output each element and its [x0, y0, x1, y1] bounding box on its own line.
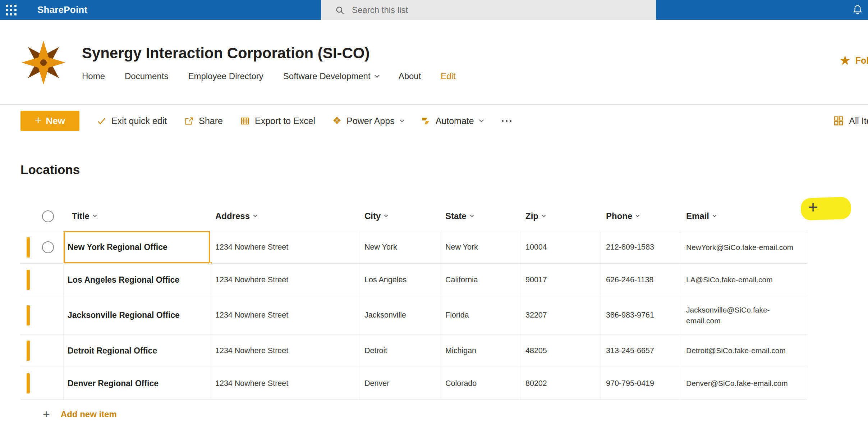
site-nav: Home Documents Employee Directory Softwa…	[82, 71, 456, 81]
search-box	[321, 0, 656, 20]
column-header-email[interactable]: Email	[681, 211, 807, 221]
follow-button[interactable]: ★ Follow	[840, 55, 868, 66]
share-button[interactable]: Share	[184, 116, 223, 126]
cell-zip[interactable]: 80202	[520, 367, 601, 400]
cell-email[interactable]: NewYork@SiCo.fake-email.com	[681, 231, 807, 263]
star-icon: ★	[840, 55, 850, 66]
cell-city[interactable]: Los Angeles	[359, 264, 440, 296]
column-header-phone[interactable]: Phone	[601, 211, 681, 221]
add-new-item-link[interactable]: + Add new item	[20, 407, 117, 421]
row-accent-bar	[27, 237, 30, 258]
sharepoint-home-link[interactable]: SharePoint	[37, 0, 87, 20]
cell-zip[interactable]: 32207	[520, 296, 601, 334]
view-selector[interactable]: All Items	[833, 105, 868, 137]
table-row[interactable]: Los Angeles Regional Office 1234 Nowhere…	[20, 264, 807, 296]
cell-phone[interactable]: 313-245-6657	[601, 334, 681, 367]
table-export-icon	[240, 116, 250, 126]
list-title: Locations	[20, 163, 80, 177]
table-row[interactable]: New York Regional Office 1234 Nowhere St…	[20, 231, 807, 264]
export-to-excel-button[interactable]: Export to Excel	[240, 116, 315, 126]
cell-zip[interactable]: 90017	[520, 264, 601, 296]
cell-email[interactable]: LA@SiCo.fake-email.com	[681, 264, 807, 296]
header-divider	[0, 104, 868, 105]
new-button[interactable]: + New	[20, 111, 79, 131]
nav-item-employee-directory[interactable]: Employee Directory	[188, 71, 263, 81]
row-select-checkbox[interactable]	[42, 241, 54, 253]
cell-title[interactable]: Los Angeles Regional Office	[64, 264, 210, 296]
chevron-down-icon	[542, 213, 546, 217]
plus-icon: +	[43, 407, 50, 421]
row-accent-bar	[27, 305, 30, 325]
cell-email[interactable]: Denver@SiCo.fake-email.com	[681, 367, 807, 400]
cell-city[interactable]: Detroit	[359, 334, 440, 367]
cell-title[interactable]: Detroit Regional Office	[64, 334, 210, 367]
column-header-city[interactable]: City	[359, 211, 440, 221]
exit-quick-edit-button[interactable]: Exit quick edit	[97, 116, 167, 126]
cell-email[interactable]: Detroit@SiCo.fake-email.com	[681, 334, 807, 367]
cell-state[interactable]: Florida	[440, 296, 520, 334]
automate-flow-icon	[421, 116, 431, 126]
checkmark-icon	[97, 116, 106, 126]
cell-state[interactable]: New York	[440, 231, 520, 263]
cell-phone[interactable]: 626-246-1138	[601, 264, 681, 296]
cell-zip[interactable]: 48205	[520, 334, 601, 367]
cell-title[interactable]: Jacksonville Regional Office	[64, 296, 210, 334]
chevron-down-icon	[384, 213, 388, 217]
cell-phone[interactable]: 970-795-0419	[601, 367, 681, 400]
cell-address[interactable]: 1234 Nowhere Street	[210, 231, 359, 263]
nav-item-about[interactable]: About	[399, 71, 421, 81]
power-apps-button[interactable]: ❖ Power Apps	[332, 116, 404, 126]
cell-city[interactable]: Jacksonville	[359, 296, 440, 334]
chevron-down-icon	[253, 213, 257, 217]
search-input[interactable]	[321, 0, 656, 20]
table-row[interactable]: Jacksonville Regional Office 1234 Nowher…	[20, 296, 807, 334]
locations-table: Title Address City State Zip Phone Email	[20, 201, 807, 400]
row-accent-bar	[27, 341, 30, 361]
share-icon	[184, 116, 194, 126]
site-title: Synergy Interaction Corporation (SI-CO)	[82, 45, 369, 62]
table-header-row: Title Address City State Zip Phone Email	[20, 201, 807, 231]
chevron-down-icon	[93, 213, 97, 217]
column-header-address[interactable]: Address	[210, 211, 359, 221]
grid-view-icon	[833, 115, 844, 126]
power-apps-icon: ❖	[332, 116, 341, 126]
chevron-down-icon	[479, 118, 484, 122]
table-row[interactable]: Denver Regional Office 1234 Nowhere Stre…	[20, 367, 807, 400]
cell-zip[interactable]: 10004	[520, 231, 601, 263]
column-header-zip[interactable]: Zip	[520, 211, 601, 221]
cell-state[interactable]: California	[440, 264, 520, 296]
app-launcher-waffle-icon[interactable]	[6, 5, 18, 17]
nav-item-edit[interactable]: Edit	[441, 71, 455, 81]
nav-item-software-development[interactable]: Software Development	[283, 71, 379, 81]
notifications-bell-icon[interactable]	[852, 4, 863, 17]
cell-phone[interactable]: 212-809-1583	[601, 231, 681, 263]
add-column-button[interactable]: +	[808, 199, 818, 216]
site-logo[interactable]	[20, 38, 67, 87]
cell-city[interactable]: Denver	[359, 367, 440, 400]
cell-address[interactable]: 1234 Nowhere Street	[210, 367, 359, 400]
command-bar: + New Exit quick edit Share Export to Ex…	[0, 105, 513, 137]
automate-button[interactable]: Automate	[421, 116, 483, 126]
more-commands-button[interactable]	[500, 117, 513, 126]
cell-title[interactable]: Denver Regional Office	[64, 367, 210, 400]
table-row[interactable]: Detroit Regional Office 1234 Nowhere Str…	[20, 334, 807, 367]
cell-state[interactable]: Colorado	[440, 367, 520, 400]
cell-email[interactable]: Jacksonville@SiCo.fake-email.com	[681, 296, 807, 334]
chevron-down-icon	[375, 73, 380, 78]
cell-address[interactable]: 1234 Nowhere Street	[210, 264, 359, 296]
select-all-checkbox[interactable]	[42, 210, 54, 222]
cell-state[interactable]: Michigan	[440, 334, 520, 367]
cell-phone[interactable]: 386-983-9761	[601, 296, 681, 334]
nav-item-documents[interactable]: Documents	[125, 71, 168, 81]
cell-address[interactable]: 1234 Nowhere Street	[210, 334, 359, 367]
cell-city[interactable]: New York	[359, 231, 440, 263]
cell-address[interactable]: 1234 Nowhere Street	[210, 296, 359, 334]
cell-title[interactable]: New York Regional Office	[64, 231, 210, 263]
nav-item-home[interactable]: Home	[82, 71, 105, 81]
row-accent-bar	[27, 373, 30, 393]
chevron-down-icon	[636, 213, 640, 217]
column-header-state[interactable]: State	[440, 211, 520, 221]
column-header-title[interactable]: Title	[64, 211, 210, 221]
chevron-down-icon	[470, 213, 474, 217]
row-accent-bar	[27, 270, 30, 290]
